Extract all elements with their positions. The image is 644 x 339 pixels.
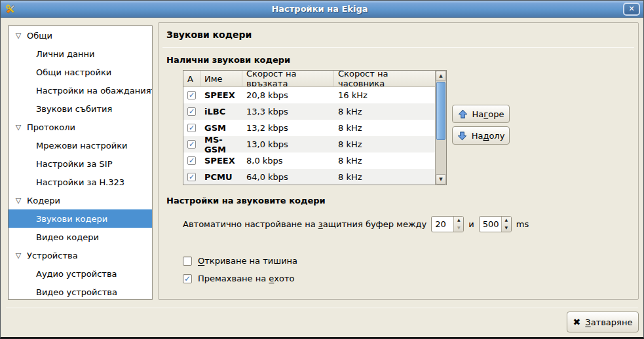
sidebar-item-network-settings[interactable]: Мрежови настройки xyxy=(9,136,152,154)
jitter-max-value[interactable]: 500 xyxy=(480,217,501,232)
sidebar-item-audio-devices[interactable]: Аудио устройства xyxy=(9,264,152,283)
vertical-scrollbar[interactable]: ▲ ▼ xyxy=(435,71,446,185)
scrollbar-track[interactable] xyxy=(436,141,446,174)
table-row[interactable]: ✓ iLBC 13,3 kbps 8 kHz xyxy=(183,103,435,120)
sidebar-item-label: Аудио устройства xyxy=(36,269,117,279)
codec-name: MS-GSM xyxy=(200,135,242,154)
sidebar-item-h323-settings[interactable]: Настройки за H.323 xyxy=(9,173,152,191)
jitter-unit-label: ms xyxy=(516,219,529,229)
spin-up-icon[interactable]: ▲ xyxy=(502,217,511,224)
codec-enabled-checkbox[interactable]: ✓ xyxy=(187,140,196,149)
spin-buttons: ▲ ▼ xyxy=(501,217,511,232)
page-title: Звукови кодери xyxy=(166,29,252,40)
scroll-up-icon: ▲ xyxy=(439,73,442,79)
codec-enabled-checkbox[interactable]: ✓ xyxy=(187,91,196,99)
codec-bitrate: 8,0 kbps xyxy=(242,156,334,166)
sidebar-item-personal-data[interactable]: Лични данни xyxy=(9,45,152,63)
sidebar-item-video-codecs[interactable]: Видео кодери xyxy=(9,228,152,246)
close-dialog-button[interactable]: ✖ Затваряне xyxy=(567,312,639,332)
expander-icon[interactable]: ▽ xyxy=(14,196,23,205)
codec-name: iLBC xyxy=(200,107,242,116)
check-icon: ✓ xyxy=(189,108,195,115)
sidebar-item-label: Устройства xyxy=(27,251,78,260)
codec-clockrate: 8 kHz xyxy=(334,172,435,182)
codec-clockrate: 8 kHz xyxy=(334,156,435,166)
expander-icon[interactable]: ▽ xyxy=(14,251,23,260)
close-x-icon: ✖ xyxy=(573,317,581,327)
table-row[interactable]: ✓ SPEEX 8,0 kbps 8 kHz xyxy=(183,152,435,169)
echo-cancellation-option[interactable]: ✓ Премахване на ехото xyxy=(183,274,295,283)
codec-clockrate: 8 kHz xyxy=(334,139,435,149)
available-codecs-section-title: Налични звукови кодери xyxy=(166,55,290,65)
silence-detection-option[interactable]: Откриване на тишина xyxy=(183,256,297,266)
jitter-min-spinbox[interactable]: 20 ▲ ▼ xyxy=(431,216,464,232)
column-header-clockrate[interactable]: Скорост на часовника xyxy=(334,71,435,86)
window-close-button[interactable]: ✕ xyxy=(623,3,640,16)
jitter-max-spinbox[interactable]: 500 ▲ ▼ xyxy=(479,216,512,232)
sections-tree: ▽ Общи Лични данни Общи настройки Настро… xyxy=(8,26,153,300)
table-row[interactable]: ✓ SPEEX 20,8 kbps 16 kHz xyxy=(183,87,435,103)
move-up-label: Нагоре xyxy=(472,109,504,119)
expander-icon[interactable]: ▽ xyxy=(14,31,23,40)
codec-settings-section-title: Настройки на звуковите кодери xyxy=(166,196,326,205)
codec-bitrate: 64,0 kbps xyxy=(242,172,334,182)
move-up-button[interactable]: Нагоре xyxy=(452,105,510,123)
sidebar-item-general-settings[interactable]: Общи настройки xyxy=(9,63,152,81)
check-icon: ✓ xyxy=(184,275,191,283)
arrow-up-icon xyxy=(458,109,468,119)
echo-cancellation-checkbox[interactable]: ✓ xyxy=(183,274,192,283)
spin-down-icon[interactable]: ▼ xyxy=(454,224,463,232)
codec-enabled-checkbox[interactable]: ✓ xyxy=(187,173,196,181)
check-icon: ✓ xyxy=(189,141,195,148)
titlebar[interactable]: Настройки на Ekiga ✕ xyxy=(1,1,643,18)
sidebar-item-label: Протоколи xyxy=(27,122,75,132)
codec-enabled-checkbox[interactable]: ✓ xyxy=(187,124,196,132)
jitter-buffer-row: Автоматично настройване на защитния буфе… xyxy=(183,215,529,232)
codec-table: A Име Скорост на връзката Скорост на час… xyxy=(183,70,447,185)
sidebar-item-label: Лични данни xyxy=(36,49,94,59)
dialog-content: ▽ Общи Лични данни Общи настройки Настро… xyxy=(1,18,643,337)
sidebar-item-audio-codecs[interactable]: Звукови кодери xyxy=(9,209,152,228)
sidebar-item-video-devices[interactable]: Видео устройства xyxy=(9,283,152,300)
expander-icon[interactable]: ▽ xyxy=(14,123,23,132)
sidebar-item-call-options[interactable]: Настройки на обажданията xyxy=(9,81,152,99)
spin-up-icon[interactable]: ▲ xyxy=(454,217,463,224)
move-down-label: Надолу xyxy=(472,131,505,141)
column-header-bitrate[interactable]: Скорост на връзката xyxy=(242,71,334,86)
sidebar-item-sip-settings[interactable]: Настройки за SIP xyxy=(9,154,152,173)
sidebar-item-sound-events[interactable]: Звукови събития xyxy=(9,99,152,118)
codec-bitrate: 20,8 kbps xyxy=(242,90,334,100)
sidebar-item-label: Общи xyxy=(27,31,52,41)
silence-detection-checkbox[interactable] xyxy=(183,257,192,266)
column-header-active[interactable]: A xyxy=(183,71,200,86)
scroll-up-button[interactable]: ▲ xyxy=(436,71,446,81)
tools-window-icon xyxy=(5,3,16,15)
codec-table-body: A Име Скорост на връзката Скорост на час… xyxy=(183,71,435,185)
sidebar-item-label: Настройки за H.323 xyxy=(36,177,124,187)
spin-down-icon[interactable]: ▼ xyxy=(502,224,511,232)
jitter-buffer-label: Автоматично настройване на защитния буфе… xyxy=(183,219,426,229)
jitter-min-value[interactable]: 20 xyxy=(432,217,453,232)
sidebar-item-label: Общи настройки xyxy=(36,67,111,77)
table-row[interactable]: ✓ MS-GSM 13,0 kbps 8 kHz xyxy=(183,136,435,152)
footer-separator xyxy=(6,308,638,308)
sidebar-item-protocols[interactable]: ▽ Протоколи xyxy=(9,118,152,136)
move-down-button[interactable]: Надолу xyxy=(452,126,510,145)
sidebar-item-label: Видео устройства xyxy=(36,287,117,297)
sidebar-item-label: Мрежови настройки xyxy=(36,141,128,151)
codec-enabled-checkbox[interactable]: ✓ xyxy=(187,107,196,116)
sidebar-item-devices[interactable]: ▽ Устройства xyxy=(9,246,152,264)
check-icon: ✓ xyxy=(189,92,195,99)
table-row[interactable]: ✓ PCMU 64,0 kbps 8 kHz xyxy=(183,169,435,185)
table-row[interactable]: ✓ GSM 13,2 kbps 8 kHz xyxy=(183,120,435,136)
codec-name: SPEEX xyxy=(200,90,242,100)
sidebar-item-codecs[interactable]: ▽ Кодери xyxy=(9,191,152,209)
sidebar-item-general[interactable]: ▽ Общи xyxy=(9,26,152,45)
codec-enabled-checkbox[interactable]: ✓ xyxy=(187,156,196,165)
scroll-down-button[interactable]: ▼ xyxy=(436,174,446,185)
codec-bitrate: 13,0 kbps xyxy=(242,139,334,149)
sidebar-item-label: Звукови кодери xyxy=(36,214,107,224)
scrollbar-thumb[interactable] xyxy=(436,82,445,140)
column-header-name[interactable]: Име xyxy=(200,71,242,86)
jitter-and-label: и xyxy=(468,219,474,229)
